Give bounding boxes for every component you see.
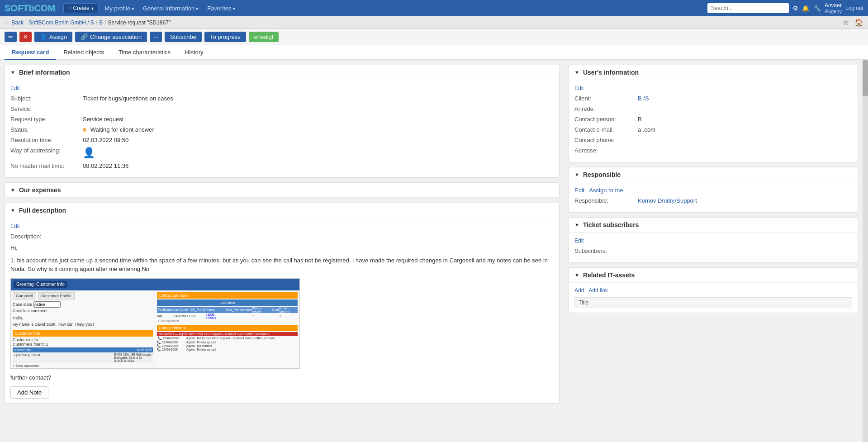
assign-button[interactable]: 👤 Assign	[34, 32, 72, 42]
related-it-assets-header[interactable]: ▼ Related IT-assets	[569, 268, 858, 283]
users-info-body: Edit Client: B /S Anrede: Contact person…	[569, 80, 858, 162]
responsible-header[interactable]: ▼ Responsible	[569, 167, 858, 182]
no-master-mail-row: No master mail time: 08.02.2022 11:36	[10, 162, 554, 169]
change-association-button[interactable]: 🔗 Change association	[75, 32, 147, 42]
related-it-assets-add-link[interactable]: Add	[574, 287, 584, 294]
brief-info-body: Edit Subject: Ticket for bugs/questions …	[5, 80, 559, 177]
ticket-subscribers-header[interactable]: ▼ Ticket subscribers	[569, 218, 858, 233]
notification-icon-area: 🔔 🔧	[802, 5, 821, 12]
request-title: Service request "SD1867"	[108, 19, 171, 26]
related-it-assets-chevron-icon: ▼	[574, 272, 579, 278]
subscribers-row: Subscribers:	[574, 247, 852, 254]
screenshot-image: Greeting: Customer Info Cargosell Custom…	[10, 278, 300, 369]
create-chevron-icon	[91, 5, 94, 11]
users-info-chevron-icon: ▼	[574, 70, 579, 75]
contact-phone-row: Contact phone:	[574, 137, 852, 143]
full-description-edit-link[interactable]: Edit	[10, 223, 20, 229]
responsible-edit-row: Edit Assign to me	[574, 187, 852, 194]
full-description-header[interactable]: ▼ Full description	[5, 203, 559, 218]
users-info-header[interactable]: ▼ User's information	[569, 65, 858, 80]
top-navigation: SOFTbCOM + Create My profile General inf…	[0, 0, 868, 16]
user-avatar-icon: 👤	[83, 147, 95, 159]
ticket-subscribers-body: Edit Subscribers:	[569, 233, 858, 262]
back-link[interactable]: ← Back	[5, 19, 24, 26]
tab-request-card[interactable]: Request card	[5, 45, 56, 60]
subject-row: Subject: Ticket for bugs/questions on ca…	[10, 95, 554, 102]
responsible-chevron-icon: ▼	[574, 172, 579, 177]
app-logo: SOFTbCOM	[5, 3, 55, 14]
create-button[interactable]: + Create	[63, 3, 98, 13]
pencil-icon: ✏	[8, 33, 13, 40]
users-info-edit-link[interactable]: Edit	[574, 85, 584, 91]
breadcrumb: ← Back | SoftBCom Berlin GmbH / S / B / …	[0, 16, 868, 29]
anrede-row: Anrede:	[574, 105, 852, 112]
more-button[interactable]: ···	[150, 32, 162, 42]
filter-icon[interactable]: ⚙	[792, 5, 798, 12]
ticket-subscribers-card: ▼ Ticket subscribers Edit Subscribers:	[569, 217, 858, 263]
our-expenses-header[interactable]: ▼ Our expenses	[5, 183, 559, 198]
resolution-time-row: Resolution time: 02.03.2022 09:50	[10, 137, 554, 143]
assets-table: Title	[574, 297, 852, 308]
further-contact-text: further contact?	[10, 373, 554, 382]
star-icon[interactable]: ☆	[843, 18, 849, 27]
home-icon[interactable]: 🏠	[854, 18, 863, 27]
responsible-body: Edit Assign to me Responsible: Komov Dmi…	[569, 182, 858, 212]
ticket-subscribers-edit-link[interactable]: Edit	[574, 238, 584, 244]
ticket-subscribers-chevron-icon: ▼	[574, 222, 579, 228]
add-note-button[interactable]: Add Note	[10, 386, 48, 399]
our-expenses-card: ▼ Our expenses	[5, 182, 560, 198]
general-info-chevron-icon	[196, 5, 198, 12]
responsible-value-link[interactable]: Komov Dmitry/Support	[638, 197, 697, 204]
my-profile-chevron-icon	[132, 5, 134, 12]
logout-link[interactable]: Log out	[845, 5, 863, 11]
right-panel: ▼ User's information Edit Client: B /S A…	[564, 60, 863, 442]
my-profile-link[interactable]: My profile	[102, 5, 137, 12]
company-link[interactable]: SoftBCom Berlin GmbH / S	[28, 19, 94, 26]
adresse-row: Adresse:	[574, 147, 852, 154]
related-it-assets-body: Add Add link Title	[569, 283, 858, 313]
favorites-chevron-icon	[233, 5, 235, 12]
responsible-edit-link[interactable]: Edit	[574, 187, 584, 194]
general-information-link[interactable]: General information	[140, 5, 201, 12]
status-row: Status: Waiting for client answer	[10, 126, 554, 133]
brief-info-edit-link[interactable]: Edit	[10, 85, 20, 91]
status-dot	[83, 128, 86, 132]
tab-history[interactable]: History	[178, 45, 210, 60]
client-s-link[interactable]: /S	[643, 95, 649, 102]
wrench-icon[interactable]: 🔧	[814, 5, 821, 12]
edit-button[interactable]: ✏	[5, 32, 17, 42]
tabs-bar: Request card Related objects Time charac…	[0, 45, 868, 60]
responsible-row: Responsible: Komov Dmitry/Support	[574, 197, 852, 204]
bell-icon[interactable]: 🔔	[802, 5, 809, 12]
erledigt-button[interactable]: erledigt	[249, 32, 279, 42]
users-information-card: ▼ User's information Edit Client: B /S A…	[569, 65, 858, 162]
brief-info-card: ▼ Brief information Edit Subject: Ticket…	[5, 65, 560, 178]
related-it-assets-add-link-link[interactable]: Add link	[588, 287, 608, 294]
main-content: ▼ Brief information Edit Subject: Ticket…	[0, 60, 868, 442]
to-progress-button[interactable]: To progress	[204, 32, 246, 42]
subscribe-button[interactable]: Subscribe	[165, 32, 202, 42]
scroll-thumb[interactable]	[863, 60, 868, 96]
assets-title-col: Title	[575, 298, 852, 308]
x-icon: ✕	[23, 33, 28, 40]
scrollbar[interactable]	[863, 60, 868, 442]
tab-related-objects[interactable]: Related objects	[56, 45, 111, 60]
client-b-link[interactable]: B	[638, 95, 642, 102]
tab-time-characteristics[interactable]: Time characteristics	[111, 45, 178, 60]
favorites-link[interactable]: Favorites	[204, 5, 237, 12]
description-label-row: Description:	[10, 233, 554, 240]
left-panel: ▼ Brief information Edit Subject: Ticket…	[0, 60, 564, 442]
assign-to-me-link[interactable]: Assign to me	[589, 187, 623, 194]
branch-link[interactable]: B	[99, 19, 103, 26]
search-input[interactable]	[707, 3, 789, 13]
client-row: Client: B /S	[574, 95, 852, 102]
user-info: Anvaer Evgeny	[825, 2, 842, 14]
description-text: Hi, 1. his account has just came up a se…	[10, 243, 554, 274]
our-expenses-chevron-icon: ▼	[10, 187, 15, 193]
close-button[interactable]: ✕	[19, 32, 32, 42]
service-row: Service:	[10, 105, 554, 112]
request-type-row: Request type: Service request	[10, 116, 554, 123]
brief-info-chevron-icon: ▼	[10, 70, 15, 75]
related-it-assets-card: ▼ Related IT-assets Add Add link Title	[569, 267, 858, 313]
brief-info-header[interactable]: ▼ Brief information	[5, 65, 559, 80]
